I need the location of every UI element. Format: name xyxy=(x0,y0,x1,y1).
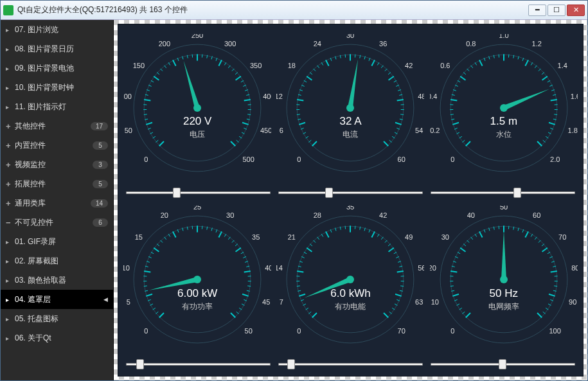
svg-text:25: 25 xyxy=(193,206,201,211)
chevron-right-icon: ▸ xyxy=(6,84,15,91)
svg-line-88 xyxy=(326,60,329,66)
sidebar-item[interactable]: ▸03. 颜色拾取器 xyxy=(1,270,113,290)
app-icon xyxy=(3,5,13,15)
svg-line-309 xyxy=(401,286,404,287)
slider-row xyxy=(121,189,580,199)
svg-line-35 xyxy=(232,69,234,71)
slider-thumb[interactable] xyxy=(513,188,521,198)
svg-line-316 xyxy=(384,313,389,317)
sidebar-category[interactable]: +其他控件17 xyxy=(1,116,113,136)
slider[interactable] xyxy=(126,363,271,366)
svg-line-52 xyxy=(231,141,235,146)
sidebar-category[interactable]: +内置控件5 xyxy=(1,136,113,155)
svg-text:1.6: 1.6 xyxy=(570,93,577,100)
count-badge: 6 xyxy=(93,218,108,227)
svg-line-84 xyxy=(310,72,313,74)
svg-text:150: 150 xyxy=(133,62,145,69)
sidebar-item-label: 06. 关于Qt xyxy=(15,333,108,344)
sidebar-item[interactable]: ▸07. 图片浏览 xyxy=(1,20,113,39)
slider-thumb[interactable] xyxy=(499,359,506,369)
svg-line-301 xyxy=(389,248,394,252)
svg-text:24: 24 xyxy=(314,39,321,47)
svg-line-215 xyxy=(154,248,159,252)
chevron-right-icon: ▸ xyxy=(6,238,15,245)
chevron-right-icon: ▸ xyxy=(6,335,15,342)
sidebar-item[interactable]: ▸05. 托盘图标 xyxy=(1,309,113,328)
slider[interactable] xyxy=(126,191,271,194)
svg-line-149 xyxy=(460,76,465,80)
count-badge: 5 xyxy=(93,180,108,188)
svg-line-102 xyxy=(389,72,391,74)
sidebar-item[interactable]: ▸10. 图片背景时钟 xyxy=(1,78,113,97)
svg-line-83 xyxy=(307,76,312,80)
sidebar-category-label: 拓展控件 xyxy=(15,179,93,190)
gauge-label: 水位 xyxy=(430,129,578,140)
plus-icon: + xyxy=(6,121,15,131)
svg-text:400: 400 xyxy=(263,93,271,100)
slider-thumb[interactable] xyxy=(325,188,333,198)
svg-text:36: 36 xyxy=(380,39,388,47)
svg-line-220 xyxy=(173,232,176,238)
titlebar: Qt自定义控件大全(QQ:517216493) 共 163 个控件 ━ ☐ ✕ xyxy=(1,1,587,20)
sidebar-category[interactable]: +拓展控件5 xyxy=(1,174,113,193)
count-badge: 5 xyxy=(93,141,108,150)
sidebar-item[interactable]: ▸04. 遮罩层 xyxy=(1,290,113,309)
svg-line-266 xyxy=(312,313,317,317)
svg-line-144 xyxy=(450,100,457,101)
slider[interactable] xyxy=(278,191,423,194)
sidebar-item[interactable]: ▸01. GIF录屏 xyxy=(1,232,113,251)
sidebar-category[interactable]: −不可见控件6 xyxy=(1,213,113,232)
chevron-right-icon: ▸ xyxy=(6,258,15,265)
close-button[interactable]: ✕ xyxy=(567,4,585,16)
sidebar-item[interactable]: ▸08. 图片背景日历 xyxy=(1,39,113,58)
svg-line-273 xyxy=(297,286,300,287)
svg-line-342 xyxy=(450,271,457,272)
svg-point-329 xyxy=(346,276,354,283)
chevron-right-icon: ▸ xyxy=(6,277,15,284)
svg-line-177 xyxy=(554,114,557,115)
sidebar-item[interactable]: ▸06. 关于Qt xyxy=(1,328,113,348)
svg-text:60: 60 xyxy=(398,155,405,163)
svg-text:1.4: 1.4 xyxy=(557,62,567,69)
svg-line-352 xyxy=(479,232,483,238)
svg-line-2 xyxy=(159,141,164,146)
svg-line-111 xyxy=(401,114,404,115)
gauge-panel: 050100150200250300350400450500220 V电压061… xyxy=(118,24,584,377)
svg-line-299 xyxy=(385,240,387,243)
sidebar-item[interactable]: ▸11. 图片指示灯 xyxy=(1,97,113,116)
count-badge: 3 xyxy=(93,161,108,169)
minus-icon: − xyxy=(6,218,15,227)
slider[interactable] xyxy=(431,363,575,366)
svg-line-282 xyxy=(310,244,313,246)
svg-line-18 xyxy=(157,72,159,74)
svg-text:0: 0 xyxy=(298,327,301,335)
sidebar-item[interactable]: ▸09. 图片背景电池 xyxy=(1,58,113,78)
sidebar-item[interactable]: ▸02. 屏幕截图 xyxy=(1,251,113,270)
svg-line-36 xyxy=(235,72,238,74)
svg-text:35: 35 xyxy=(346,206,354,211)
sidebar-category[interactable]: +视频监控3 xyxy=(1,155,113,174)
svg-text:70: 70 xyxy=(558,233,566,241)
slider[interactable] xyxy=(431,191,575,194)
svg-line-9 xyxy=(144,114,147,115)
svg-line-168 xyxy=(542,72,544,74)
slider[interactable] xyxy=(278,363,423,366)
gauge-value: 32 A xyxy=(276,115,424,128)
svg-line-348 xyxy=(463,244,466,246)
plus-icon: + xyxy=(6,141,15,150)
sidebar-category[interactable]: +通用类库14 xyxy=(1,193,113,213)
svg-line-243 xyxy=(247,286,251,287)
maximize-button[interactable]: ☐ xyxy=(548,4,566,16)
svg-line-37 xyxy=(236,76,241,80)
svg-line-19 xyxy=(161,69,163,71)
svg-line-134 xyxy=(466,141,470,146)
minimize-button[interactable]: ━ xyxy=(528,4,546,16)
svg-line-167 xyxy=(539,69,540,71)
sidebar-item-label: 09. 图片背景电池 xyxy=(15,63,108,74)
slider-thumb[interactable] xyxy=(287,359,295,369)
slider-thumb[interactable] xyxy=(136,359,144,369)
slider-thumb[interactable] xyxy=(173,188,181,198)
svg-line-22 xyxy=(173,60,176,66)
svg-text:30: 30 xyxy=(346,34,354,39)
gauge-label: 电压 xyxy=(123,129,271,140)
